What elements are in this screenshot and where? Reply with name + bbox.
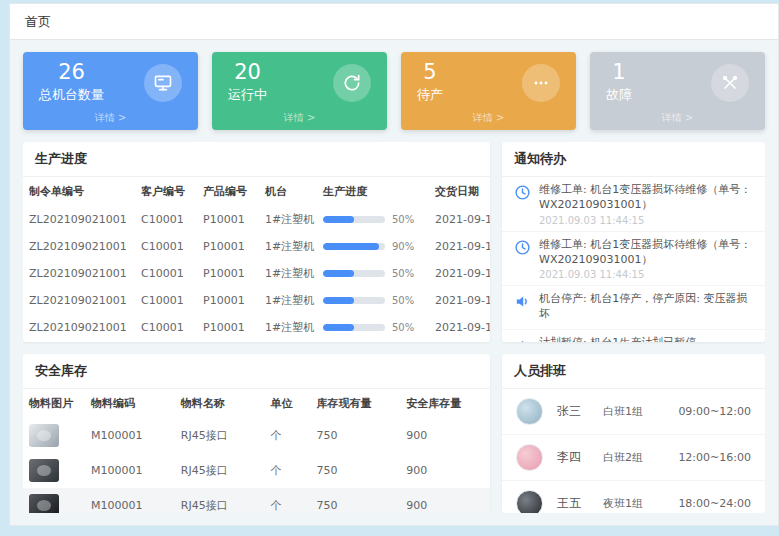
progress-bar: 50%	[323, 268, 423, 279]
col-machine: 机台	[259, 177, 317, 206]
inventory-table: 物料图片 物料编码 物料名称 单位 库存现有量 安全库存量 M100001 R	[23, 389, 490, 513]
speaker-icon	[514, 293, 531, 310]
col-unit: 单位	[265, 389, 311, 418]
avatar	[516, 490, 543, 513]
total-machines-detail-link[interactable]: 详情 >	[39, 108, 182, 130]
person-shift: 白班1组	[603, 404, 669, 419]
product-no: P10001	[197, 233, 259, 260]
machine-icon	[144, 64, 182, 102]
safety-stock: 900	[400, 488, 490, 513]
delivery-date: 2021-09-10	[429, 287, 490, 314]
order-no: ZL202109021001	[23, 287, 135, 314]
col-customer-no: 客户编号	[135, 177, 197, 206]
list-item[interactable]: 机台停产: 机台1停产，停产原因: 变压器损坏	[502, 286, 765, 330]
speaker-icon	[514, 337, 531, 342]
card-text: 5 待产	[417, 61, 443, 104]
notices-panel: 通知待办 维修工单: 机台1变压器损坏待维修（单号：WX202109031001…	[502, 142, 765, 342]
card-total-machines[interactable]: 26 总机台数量 详情 >	[23, 52, 198, 130]
col-material-image: 物料图片	[23, 389, 85, 418]
customer-no: C10001	[135, 206, 197, 233]
material-name: RJ45接口	[175, 418, 265, 453]
product-no: P10001	[197, 260, 259, 287]
card-fault[interactable]: 1 故障 详情 >	[590, 52, 765, 130]
production-progress-title: 生产进度	[23, 142, 490, 177]
person-shift: 白班2组	[603, 450, 669, 465]
table-row: M100001 RJ45接口 个 750 900	[23, 418, 490, 453]
avatar	[516, 398, 543, 425]
card-waiting[interactable]: 5 待产 详情 >	[401, 52, 576, 130]
list-item[interactable]: 计划暂停: 机台1生产计划已暂停 2021.09.03 11:44:15	[502, 330, 765, 342]
delivery-date: 2021-09-10	[429, 233, 490, 260]
unit: 个	[265, 453, 311, 488]
card-body: 26 总机台数量	[39, 61, 182, 104]
person-name: 王五	[557, 495, 603, 512]
machine: 1#注塑机	[259, 314, 317, 341]
production-progress-panel: 生产进度 制令单编号 客户编号 产品编号 机台 生产进度 交货日期	[23, 142, 490, 342]
card-text: 26 总机台数量	[39, 61, 104, 104]
notice-text: 计划暂停: 机台1生产计划已暂停	[539, 336, 696, 342]
waiting-value: 5	[417, 61, 443, 84]
waiting-icon	[522, 64, 560, 102]
col-order-no: 制令单编号	[23, 177, 135, 206]
material-code: M100001	[85, 488, 175, 513]
dashboard-content: 26 总机台数量 详情 > 20 运行中	[10, 40, 778, 525]
machine: 1#注塑机	[259, 287, 317, 314]
notice-text: 机台停产: 机台1停产，停产原因: 变压器损坏	[539, 292, 753, 322]
material-image	[29, 494, 59, 513]
material-image	[29, 459, 59, 482]
machine: 1#注塑机	[259, 206, 317, 233]
progress-bar: 50%	[323, 295, 423, 306]
waiting-detail-link[interactable]: 详情 >	[417, 108, 560, 130]
progress-bar: 50%	[323, 322, 423, 333]
fault-icon	[711, 64, 749, 102]
current-stock: 750	[311, 453, 401, 488]
card-body: 20 运行中	[228, 61, 371, 104]
current-stock: 750	[311, 418, 401, 453]
notice-text: 维修工单: 机台1变压器损坏待维修（单号：WX202109031001）	[539, 238, 753, 268]
list-item[interactable]: 维修工单: 机台1变压器损坏待维修（单号：WX202109031001） 202…	[502, 177, 765, 232]
production-table: 制令单编号 客户编号 产品编号 机台 生产进度 交货日期 ZL202109021…	[23, 177, 490, 341]
material-code: M100001	[85, 418, 175, 453]
person-time: 18:00~24:00	[678, 497, 751, 510]
order-no: ZL202109021001	[23, 233, 135, 260]
unit: 个	[265, 418, 311, 453]
list-item: 王五 夜班1组 18:00~24:00	[502, 481, 765, 513]
customer-no: C10001	[135, 260, 197, 287]
delivery-date: 2021-09-10	[429, 314, 490, 341]
notice-body: 维修工单: 机台1变压器损坏待维修（单号：WX202109031001） 202…	[539, 238, 753, 281]
notice-body: 机台停产: 机台1停产，停产原因: 变压器损坏	[539, 292, 753, 324]
notice-body: 计划暂停: 机台1生产计划已暂停 2021.09.03 11:44:15	[539, 336, 696, 342]
safety-stock: 900	[400, 418, 490, 453]
notice-text: 维修工单: 机台1变压器损坏待维修（单号：WX202109031001）	[539, 183, 753, 213]
card-body: 5 待产	[417, 61, 560, 104]
staff-schedule-panel: 人员排班 张三 白班1组 09:00~12:00 李四 白班2组 12:00~1…	[502, 354, 765, 513]
running-icon	[333, 64, 371, 102]
table-row: ZL202109021001 C10001 P10001 1#注塑机 50% 2…	[23, 206, 490, 233]
material-code: M100001	[85, 453, 175, 488]
running-detail-link[interactable]: 详情 >	[228, 108, 371, 130]
customer-no: C10001	[135, 287, 197, 314]
person-name: 李四	[557, 449, 603, 466]
table-header-row: 物料图片 物料编码 物料名称 单位 库存现有量 安全库存量	[23, 389, 490, 418]
col-delivery-date: 交货日期	[429, 177, 490, 206]
table-row: ZL202109021001 C10001 P10001 1#注塑机 90% 2…	[23, 233, 490, 260]
card-text: 1 故障	[606, 61, 632, 104]
customer-no: C10001	[135, 314, 197, 341]
list-item[interactable]: 维修工单: 机台1变压器损坏待维修（单号：WX202109031001） 202…	[502, 232, 765, 287]
clock-icon	[514, 184, 531, 201]
machine: 1#注塑机	[259, 233, 317, 260]
table-row: ZL202109021001 C10001 P10001 1#注塑机 50% 2…	[23, 287, 490, 314]
safety-inventory-panel: 安全库存 物料图片 物料编码 物料名称 单位 库存现有量 安全库存量	[23, 354, 490, 513]
material-name: RJ45接口	[175, 453, 265, 488]
table-row: M100001 RJ45接口 个 750 900	[23, 488, 490, 513]
safety-stock: 900	[400, 453, 490, 488]
fault-detail-link[interactable]: 详情 >	[606, 108, 749, 130]
tab-home[interactable]: 首页	[25, 4, 51, 39]
card-running[interactable]: 20 运行中 详情 >	[212, 52, 387, 130]
card-text: 20 运行中	[228, 61, 267, 104]
person-time: 09:00~12:00	[678, 405, 751, 418]
waiting-label: 待产	[417, 86, 443, 104]
current-stock: 750	[311, 488, 401, 513]
delivery-date: 2021-09-10	[429, 260, 490, 287]
total-machines-label: 总机台数量	[39, 86, 104, 104]
